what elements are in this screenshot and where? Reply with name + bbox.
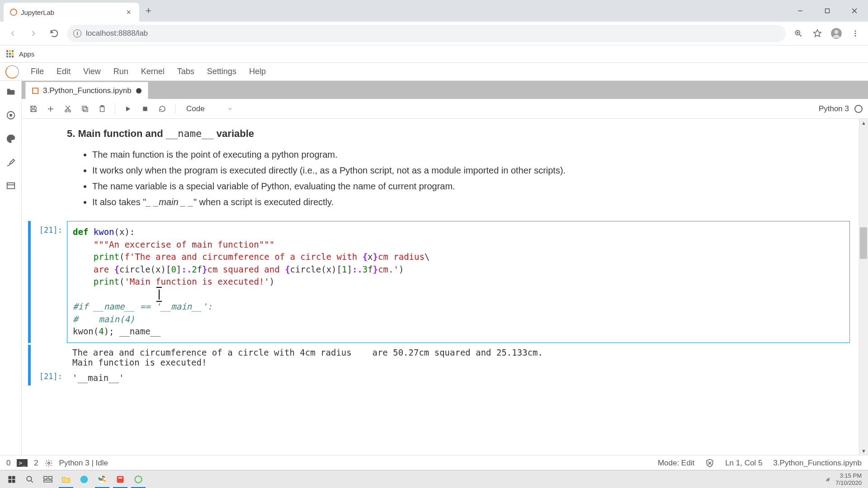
terminal-icon[interactable]: >_ (17, 459, 28, 467)
copy-icon[interactable] (79, 103, 91, 115)
profile-icon[interactable] (828, 25, 844, 42)
document-tabs: 3.Python_Functions.ipynb (22, 81, 868, 99)
browser-tab[interactable]: JupyterLab × (4, 3, 139, 22)
notebook-toolbar: Code Python 3 (22, 99, 868, 119)
svg-rect-33 (9, 479, 12, 483)
bullet-3: It also takes "_ _main _ _" when a scrip… (92, 194, 850, 210)
trust-icon[interactable] (705, 459, 714, 468)
maximize-button[interactable] (814, 2, 841, 20)
run-icon[interactable] (122, 103, 134, 115)
menu-view[interactable]: View (77, 63, 107, 80)
tab-close-icon[interactable]: × (124, 8, 133, 17)
settings-icon[interactable] (5, 157, 16, 168)
close-window-button[interactable] (841, 2, 868, 20)
running-icon[interactable] (5, 110, 16, 121)
task-view-icon[interactable] (39, 470, 57, 488)
svg-rect-44 (118, 477, 123, 478)
markdown-list: The main function is the point of execut… (92, 147, 850, 210)
kernel-status-icon[interactable] (854, 105, 863, 113)
bookmark-icon[interactable] (809, 25, 826, 42)
tabs-icon[interactable] (5, 180, 16, 191)
status-path[interactable]: 3.Python_Functions.ipynb (773, 459, 862, 468)
apps-label[interactable]: Apps (19, 50, 34, 58)
svg-point-28 (47, 462, 50, 464)
jupyter-favicon (10, 9, 17, 16)
scroll-down-icon[interactable]: ▼ (859, 447, 868, 455)
tray-icon[interactable] (825, 476, 832, 483)
forward-button[interactable] (25, 25, 42, 42)
svg-rect-37 (44, 476, 47, 479)
menu-help[interactable]: Help (243, 63, 272, 80)
new-tab-button[interactable]: + (139, 5, 158, 17)
menu-edit[interactable]: Edit (50, 63, 77, 80)
menu-settings[interactable]: Settings (201, 63, 243, 80)
scroll-thumb[interactable] (860, 227, 867, 259)
svg-rect-39 (44, 480, 52, 482)
chevron-down-icon (227, 106, 233, 112)
site-info-icon[interactable]: i (73, 29, 81, 38)
chrome-taskbar-icon[interactable] (93, 470, 111, 488)
start-button[interactable] (3, 470, 21, 488)
markdown-cell[interactable]: 5. Main function and __name__ variable T… (22, 122, 859, 215)
notebook-tab[interactable]: 3.Python_Functions.ipynb (25, 82, 148, 99)
svg-point-9 (835, 30, 839, 34)
markdown-heading: 5. Main function and __name__ variable (67, 128, 850, 140)
restart-icon[interactable] (156, 103, 169, 115)
kernel-name[interactable]: Python 3 (819, 104, 849, 113)
stop-icon[interactable] (139, 103, 151, 115)
svg-rect-14 (9, 114, 12, 117)
svg-line-22 (66, 106, 70, 110)
menu-file[interactable]: File (24, 63, 50, 80)
system-tray[interactable]: 3:15 PM 7/10/2020 (825, 472, 865, 486)
cut-icon[interactable] (61, 103, 74, 115)
url-field[interactable]: i localhost:8888/lab (67, 25, 786, 42)
notebook-scrollbar[interactable]: ▲ ▼ (859, 119, 868, 455)
reload-button[interactable] (46, 25, 62, 42)
tab-strip: JupyterLab × + (0, 0, 868, 22)
search-taskbar-icon[interactable] (21, 470, 39, 488)
status-tabs[interactable]: 0 (6, 459, 10, 468)
svg-point-19 (65, 110, 67, 112)
kernel-status-text[interactable]: Python 3 | Idle (59, 459, 108, 468)
clock[interactable]: 3:15 PM 7/10/2020 (835, 472, 862, 486)
chrome-menu-icon[interactable] (847, 25, 863, 42)
svg-point-10 (855, 30, 856, 32)
tab-title: JupyterLab (21, 9, 121, 16)
file-explorer-taskbar-icon[interactable] (57, 470, 75, 488)
status-terminals[interactable]: 2 (34, 459, 38, 468)
bookmarks-bar: Apps (0, 45, 868, 62)
svg-point-12 (855, 35, 856, 37)
minimize-button[interactable] (787, 2, 814, 20)
menu-kernel[interactable]: Kernel (135, 63, 171, 80)
app-taskbar-icon[interactable] (111, 470, 129, 488)
code-cell[interactable]: [21]: def kwon(x): """An excercise of ma… (22, 221, 859, 343)
svg-line-36 (31, 481, 33, 483)
window-controls (787, 2, 868, 20)
settings-gear-icon[interactable] (45, 459, 53, 467)
jupyter-taskbar-icon[interactable] (129, 470, 147, 488)
svg-rect-15 (7, 183, 14, 189)
apps-grid-icon[interactable] (6, 50, 14, 58)
scroll-up-icon[interactable]: ▲ (859, 119, 868, 127)
svg-rect-43 (117, 476, 124, 483)
save-icon[interactable] (27, 103, 40, 115)
back-button[interactable] (5, 25, 21, 42)
edge-taskbar-icon[interactable] (75, 470, 93, 488)
browser-chrome: JupyterLab × + i localhost:8888/lab Apps (0, 0, 868, 63)
menu-run[interactable]: Run (107, 63, 135, 80)
notebook-area[interactable]: 5. Main function and __name__ variable T… (22, 119, 868, 455)
add-cell-icon[interactable] (44, 103, 57, 115)
paste-icon[interactable] (96, 103, 108, 115)
zoom-icon[interactable] (790, 25, 807, 42)
menu-tabs[interactable]: Tabs (171, 63, 201, 80)
code-editor[interactable]: def kwon(x): """An excercise of main fun… (67, 221, 850, 343)
url-text: localhost:8888/lab (86, 29, 148, 38)
file-browser-icon[interactable] (5, 86, 16, 97)
svg-point-45 (135, 476, 142, 483)
svg-rect-23 (84, 108, 88, 112)
cell-type-select[interactable]: Code (182, 103, 237, 115)
palette-icon[interactable] (5, 133, 16, 144)
svg-point-11 (855, 33, 856, 34)
main-panel: 3.Python_Functions.ipynb Code (22, 81, 868, 455)
jupyter-logo-icon[interactable] (5, 65, 19, 79)
